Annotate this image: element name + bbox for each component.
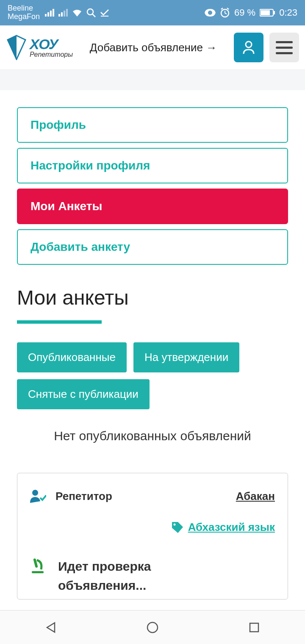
svg-rect-18 xyxy=(274,11,275,14)
clock-time: 0:23 xyxy=(279,7,297,18)
status-left: Beeline MegaFon xyxy=(8,4,109,21)
android-status-bar: Beeline MegaFon 69 % 0:23 xyxy=(0,0,305,25)
filter-row: Опубликованные На утверждении Снятые с п… xyxy=(17,342,288,409)
card-city-link[interactable]: Абакан xyxy=(236,490,275,503)
svg-rect-2 xyxy=(50,11,52,17)
back-icon[interactable] xyxy=(44,621,57,634)
card-header: Репетитор Абакан xyxy=(30,489,275,503)
logo[interactable]: ХОУ Репетиторы xyxy=(6,35,73,60)
add-listing-link[interactable]: Добавить объявление → xyxy=(79,41,228,54)
app-header: ХОУ Репетиторы Добавить объявление → xyxy=(0,25,305,70)
nav-profile[interactable]: Профиль xyxy=(17,107,288,143)
logo-title: ХОУ xyxy=(30,37,73,51)
content-panel: Профиль Настройки профиля Мои Анкеты Доб… xyxy=(2,90,303,600)
logo-mark-icon xyxy=(6,35,27,60)
svg-rect-0 xyxy=(45,14,47,17)
carrier-1: Beeline xyxy=(8,4,40,13)
filter-pending[interactable]: На утверждении xyxy=(133,342,239,372)
recents-icon[interactable] xyxy=(248,621,261,634)
nav-my-forms[interactable]: Мои Анкеты xyxy=(17,189,288,224)
page-title: Мои анкеты xyxy=(17,286,288,309)
person-check-icon xyxy=(30,489,46,503)
filter-unpublished[interactable]: Снятые с публикации xyxy=(17,379,150,409)
svg-rect-7 xyxy=(66,9,68,17)
signal-icon xyxy=(58,9,68,17)
listing-card: Репетитор Абакан Абхазский язык Идет про… xyxy=(17,473,288,600)
android-nav-bar xyxy=(0,610,305,644)
logo-subtitle: Репетиторы xyxy=(30,51,73,58)
wifi-icon xyxy=(72,9,82,17)
svg-point-27 xyxy=(147,622,158,633)
card-status-row: Идет проверка объявления... xyxy=(30,557,275,595)
carrier-labels: Beeline MegaFon xyxy=(8,4,40,21)
svg-rect-3 xyxy=(53,9,54,17)
title-underline xyxy=(17,320,102,324)
nav-add-form[interactable]: Добавить анкету xyxy=(17,229,288,265)
battery-icon xyxy=(260,9,275,17)
svg-rect-4 xyxy=(58,14,60,17)
card-tag-row: Абхазский язык xyxy=(30,521,275,534)
svg-point-22 xyxy=(32,490,38,496)
microscope-icon xyxy=(30,557,45,574)
hamburger-line xyxy=(276,52,293,54)
svg-rect-28 xyxy=(250,623,258,632)
eye-icon xyxy=(205,9,216,17)
svg-point-23 xyxy=(173,523,175,525)
card-status-text: Идет проверка объявления... xyxy=(58,557,177,595)
svg-line-13 xyxy=(225,13,227,14)
svg-marker-26 xyxy=(47,623,55,632)
battery-percent: 69 % xyxy=(234,7,255,18)
svg-point-8 xyxy=(87,9,93,15)
hamburger-line xyxy=(276,47,293,49)
signal-icon xyxy=(45,9,54,17)
card-subject-link[interactable]: Абхазский язык xyxy=(188,521,275,534)
filter-published[interactable]: Опубликованные xyxy=(17,342,127,372)
svg-point-21 xyxy=(246,42,252,47)
menu-button[interactable] xyxy=(269,33,299,62)
card-role-block: Репетитор xyxy=(30,489,112,503)
banner-decorative xyxy=(0,70,305,90)
svg-line-15 xyxy=(227,8,229,9)
search-icon xyxy=(86,8,96,17)
svg-rect-1 xyxy=(47,12,49,17)
logo-text: ХОУ Репетиторы xyxy=(30,37,73,58)
home-icon[interactable] xyxy=(146,621,159,634)
hamburger-line xyxy=(276,41,293,43)
svg-line-9 xyxy=(92,14,95,17)
svg-rect-24 xyxy=(32,571,44,573)
svg-rect-17 xyxy=(261,10,270,15)
status-icons-left xyxy=(45,8,109,17)
svg-rect-5 xyxy=(61,12,63,17)
user-button[interactable] xyxy=(234,33,263,62)
card-role: Репетитор xyxy=(55,490,112,503)
empty-message: Нет опубликованных объявлений xyxy=(17,429,288,443)
status-right: 69 % 0:23 xyxy=(205,7,297,18)
svg-rect-6 xyxy=(64,11,65,17)
svg-line-14 xyxy=(221,8,223,9)
user-icon xyxy=(242,40,255,55)
alarm-icon xyxy=(220,8,230,18)
nav-profile-settings[interactable]: Настройки профиля xyxy=(17,148,288,183)
carrier-2: MegaFon xyxy=(8,13,40,21)
tag-icon xyxy=(171,521,184,534)
check-icon xyxy=(100,9,109,17)
